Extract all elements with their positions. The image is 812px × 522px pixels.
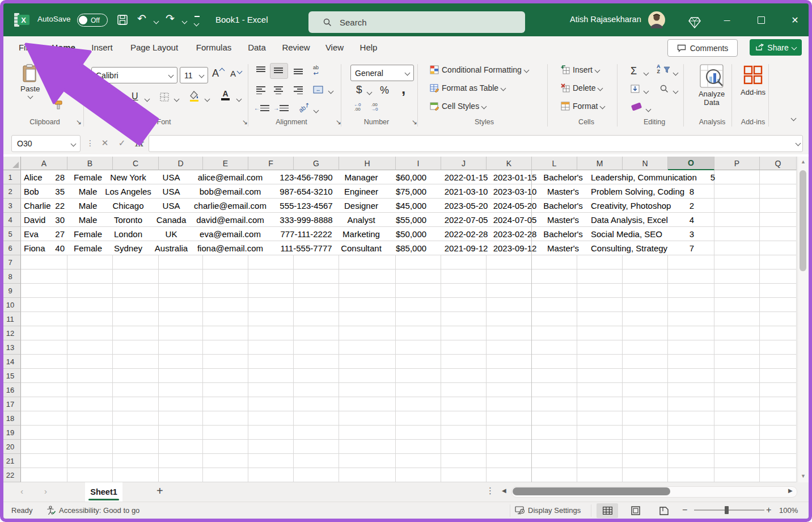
- copy-icon[interactable]: [56, 81, 64, 89]
- sort-filter-button[interactable]: A Z: [657, 64, 661, 74]
- align-right-button[interactable]: [294, 86, 303, 94]
- shrink-font-button[interactable]: A: [230, 69, 242, 78]
- cell-F2[interactable]: bob@email.com: [200, 184, 261, 199]
- row-header-16[interactable]: 16: [0, 383, 21, 397]
- column-header-L[interactable]: L: [532, 157, 577, 170]
- cell-M6[interactable]: Consulting, Strategy: [591, 241, 667, 255]
- fill-color-dropdown-icon[interactable]: [205, 96, 210, 102]
- scroll-right-icon[interactable]: ▶: [788, 487, 793, 494]
- cancel-formula-icon[interactable]: ✕: [99, 135, 111, 151]
- column-header-K[interactable]: K: [487, 157, 532, 170]
- search-input[interactable]: Search: [308, 11, 525, 33]
- redo-dropdown-icon[interactable]: [182, 19, 188, 24]
- cell-D6[interactable]: Sydney: [114, 241, 142, 255]
- grow-font-button[interactable]: A: [212, 68, 224, 79]
- column-header-G[interactable]: G: [294, 157, 339, 170]
- maximize-button[interactable]: [750, 9, 772, 31]
- cell-B3[interactable]: 22: [55, 199, 65, 213]
- customize-quick-access-icon[interactable]: [194, 16, 200, 28]
- cell-C6[interactable]: Female: [74, 241, 102, 255]
- row-header-2[interactable]: 2: [0, 184, 21, 199]
- fill-dropdown-icon[interactable]: [644, 89, 649, 94]
- cell-K2[interactable]: 2023-03-10: [493, 184, 537, 199]
- column-header-C[interactable]: C: [113, 157, 159, 170]
- alignment-dialog-launcher[interactable]: ↘: [336, 118, 341, 126]
- cell-B6[interactable]: 40: [55, 241, 65, 255]
- row-header-11[interactable]: 11: [0, 312, 21, 326]
- cell-H4[interactable]: Analyst: [347, 213, 375, 227]
- merge-center-icon[interactable]: ↔: [313, 86, 323, 94]
- cell-M1[interactable]: Leadership, Communication: [591, 170, 697, 184]
- cut-icon[interactable]: ✂: [56, 67, 66, 74]
- cell-B1[interactable]: 28: [55, 170, 65, 184]
- zoom-out-button[interactable]: −: [682, 505, 687, 515]
- cell-E1[interactable]: USA: [163, 170, 180, 184]
- cell-L1[interactable]: Bachelor's: [543, 170, 583, 184]
- cell-F1[interactable]: alice@email.com: [198, 170, 263, 184]
- redo-icon[interactable]: ↷: [166, 12, 175, 25]
- delete-cells-button[interactable]: Delete: [561, 83, 602, 92]
- display-settings-label[interactable]: Display Settings: [528, 506, 581, 515]
- font-size-select[interactable]: 11: [180, 67, 208, 83]
- cell-E6[interactable]: Australia: [155, 241, 188, 255]
- decrease-indent-button[interactable]: ←: [254, 105, 267, 111]
- tab-insert[interactable]: Insert: [91, 43, 113, 52]
- cell-L5[interactable]: Bachelor's: [543, 227, 583, 241]
- comma-format-button[interactable]: ,: [401, 80, 405, 98]
- cell-I3[interactable]: $45,000: [396, 199, 426, 213]
- undo-dropdown-icon[interactable]: [154, 19, 159, 24]
- share-dropdown-icon[interactable]: [791, 45, 797, 50]
- cell-K1[interactable]: 2023-01-15: [493, 170, 537, 184]
- cell-D5[interactable]: London: [114, 227, 142, 241]
- cell-L4[interactable]: Master's: [547, 213, 579, 227]
- borders-dropdown-icon[interactable]: [174, 96, 180, 102]
- cell-N1[interactable]: 5: [710, 170, 715, 184]
- clear-dropdown-icon[interactable]: [646, 107, 652, 112]
- middle-align-button[interactable]: [274, 66, 283, 74]
- cell-A5[interactable]: Eva: [24, 227, 39, 241]
- insert-function-icon[interactable]: fx: [133, 135, 145, 151]
- cell-A3[interactable]: Charlie: [24, 199, 51, 213]
- format-painter-icon[interactable]: [54, 100, 64, 110]
- decrease-decimal-button[interactable]: .00→0: [371, 103, 378, 112]
- cell-E2[interactable]: USA: [163, 184, 180, 199]
- cell-D4[interactable]: Toronto: [114, 213, 142, 227]
- number-format-select[interactable]: General: [350, 65, 414, 81]
- clear-eraser-icon[interactable]: [631, 102, 642, 111]
- borders-icon[interactable]: [160, 92, 169, 102]
- font-color-button[interactable]: A: [221, 90, 230, 100]
- cell-C5[interactable]: Female: [74, 227, 102, 241]
- merge-dropdown-icon[interactable]: [328, 89, 334, 94]
- cell-styles-button[interactable]: Cell Styles: [430, 102, 486, 111]
- percent-format-button[interactable]: %: [380, 85, 389, 96]
- vertical-scroll-thumb[interactable]: [800, 170, 806, 271]
- row-header-12[interactable]: 12: [0, 326, 21, 340]
- row-header-7[interactable]: 7: [0, 255, 21, 270]
- orientation-icon[interactable]: ab↗: [297, 101, 311, 114]
- cell-A1[interactable]: Alice: [24, 170, 43, 184]
- analyze-data-button[interactable]: AnalyzeData: [699, 64, 725, 107]
- cell-I5[interactable]: $50,000: [396, 227, 426, 241]
- paste-button[interactable]: Paste: [20, 64, 40, 98]
- cell-E3[interactable]: USA: [163, 199, 180, 213]
- tab-data[interactable]: Data: [248, 43, 266, 52]
- cell-M2[interactable]: Problem Solving, Coding: [591, 184, 684, 199]
- cell-K3[interactable]: 2024-05-20: [493, 199, 537, 213]
- display-settings-icon[interactable]: [515, 506, 525, 515]
- row-header-15[interactable]: 15: [0, 369, 21, 383]
- cell-J3[interactable]: 2023-05-20: [445, 199, 488, 213]
- cell-J6[interactable]: 2021-09-12: [445, 241, 488, 255]
- page-break-view-button[interactable]: [653, 503, 675, 518]
- cell-D1[interactable]: New York: [110, 170, 146, 184]
- row-header-21[interactable]: 21: [0, 454, 21, 468]
- column-header-Q[interactable]: Q: [760, 157, 797, 170]
- row-header-9[interactable]: 9: [0, 284, 21, 298]
- cell-A4[interactable]: David: [24, 213, 45, 227]
- clipboard-dialog-launcher[interactable]: ↘: [76, 118, 82, 126]
- orientation-dropdown-icon[interactable]: [314, 108, 319, 113]
- top-align-button[interactable]: [256, 66, 265, 74]
- cell-L3[interactable]: Bachelor's: [543, 199, 583, 213]
- row-header-8[interactable]: 8: [0, 270, 21, 284]
- find-select-dropdown-icon[interactable]: [673, 89, 679, 94]
- comments-button[interactable]: Comments: [667, 39, 738, 57]
